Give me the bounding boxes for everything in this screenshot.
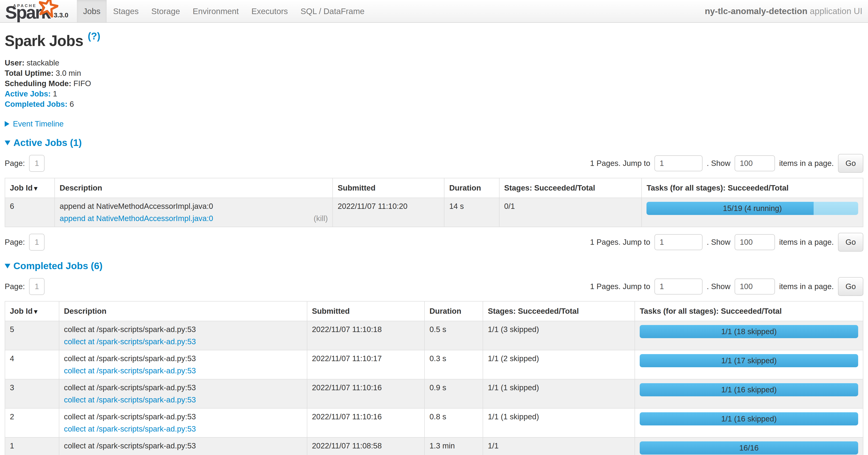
jump-to-page-input[interactable]	[654, 155, 703, 171]
job-submitted-cell: 2022/11/07 11:10:18	[307, 321, 425, 350]
job-description-link[interactable]: collect at /spark-scripts/spark-ad.py:53	[64, 337, 196, 346]
tab-stages[interactable]: Stages	[107, 0, 145, 22]
job-id-cell: 3	[5, 379, 59, 408]
job-id-cell: 4	[5, 350, 59, 379]
application-name: ny-tlc-anomaly-detection	[705, 6, 808, 16]
header-submitted[interactable]: Submitted	[333, 178, 444, 198]
header-stages[interactable]: Stages: Succeeded/Total	[483, 301, 635, 321]
pagination-active-bottom: Page: 1 1 Pages. Jump to . Show items in…	[5, 233, 863, 252]
completed-jobs-link[interactable]: Completed Jobs:	[5, 100, 67, 108]
completed-job-row: 4 collect at /spark-scripts/spark-ad.py:…	[5, 350, 863, 379]
header-submitted[interactable]: Submitted	[307, 301, 425, 321]
job-description-text: collect at /spark-scripts/spark-ad.py:53	[64, 412, 302, 421]
header-tasks[interactable]: Tasks (for all stages): Succeeded/Total	[642, 178, 863, 198]
tasks-progress-bar: 1/1 (17 skipped)	[640, 354, 858, 367]
tasks-progress-bar: 16/16	[640, 442, 858, 455]
job-description-link[interactable]: append at NativeMethodAccessorImpl.java:…	[60, 214, 213, 223]
spark-logo[interactable]: APACHE Spark 3.3.0	[0, 0, 73, 22]
header-job-id[interactable]: Job Id▾	[5, 178, 55, 198]
active-jobs-link[interactable]: Active Jobs:	[5, 89, 51, 98]
completed-jobs-count: 6	[70, 100, 74, 108]
uptime-value: 3.0 min	[56, 69, 81, 78]
jump-to-page-input[interactable]	[654, 234, 703, 250]
tasks-progress-bar: 1/1 (16 skipped)	[640, 383, 858, 396]
kill-job-link[interactable]: (kill)	[314, 214, 328, 223]
nav-tabs: JobsStagesStorageEnvironmentExecutorsSQL…	[77, 0, 371, 22]
job-submitted-cell: 2022/11/07 11:10:16	[307, 379, 425, 408]
collapse-arrow-icon	[5, 141, 10, 145]
job-description-link[interactable]: collect at /spark-scripts/spark-ad.py:53	[64, 454, 196, 455]
progress-label: 1/1 (18 skipped)	[640, 325, 858, 338]
job-description-link[interactable]: collect at /spark-scripts/spark-ad.py:53	[64, 395, 196, 404]
pagination-completed-top: Page: 1 1 Pages. Jump to . Show items in…	[5, 277, 863, 296]
progress-label: 16/16	[640, 442, 858, 455]
sort-desc-icon: ▾	[34, 185, 37, 192]
items-per-page-input[interactable]	[735, 234, 775, 250]
page-number-button[interactable]: 1	[29, 234, 44, 251]
job-stages-cell: 1/1 (1 skipped)	[483, 379, 635, 408]
completed-job-row: 5 collect at /spark-scripts/spark-ad.py:…	[5, 321, 863, 350]
job-duration-cell: 14 s	[444, 198, 499, 227]
application-suffix: application UI	[808, 6, 862, 16]
user-value: stackable	[27, 58, 59, 67]
header-duration[interactable]: Duration	[444, 178, 499, 198]
scheduling-mode-label: Scheduling Mode:	[5, 79, 71, 88]
header-stages[interactable]: Stages: Succeeded/Total	[499, 178, 642, 198]
items-per-page-input[interactable]	[735, 155, 775, 171]
page-number-button[interactable]: 1	[29, 278, 44, 295]
summary-active-jobs: Active Jobs: 1	[5, 89, 863, 99]
job-submitted-cell: 2022/11/07 11:08:58	[307, 437, 425, 455]
page-number-button[interactable]: 1	[29, 155, 44, 172]
job-stages-cell: 1/1 (2 skipped)	[483, 350, 635, 379]
active-jobs-section-toggle[interactable]: Active Jobs (1)	[5, 137, 863, 148]
page-title: Spark Jobs	[5, 32, 83, 50]
tab-sql-dataframe[interactable]: SQL / DataFrame	[294, 0, 371, 22]
page-label: Page:	[5, 282, 25, 291]
job-submitted-cell: 2022/11/07 11:10:17	[307, 350, 425, 379]
job-stages-cell: 1/1	[483, 437, 635, 455]
progress-label: 15/19 (4 running)	[647, 202, 858, 215]
help-link[interactable]: (?)	[88, 30, 100, 41]
show-label: . Show	[707, 159, 731, 168]
progress-label: 1/1 (16 skipped)	[640, 412, 858, 425]
tab-environment[interactable]: Environment	[186, 0, 245, 22]
job-id-cell: 2	[5, 408, 59, 437]
completed-jobs-section-toggle[interactable]: Completed Jobs (6)	[5, 260, 863, 272]
job-duration-cell: 0.8 s	[425, 408, 483, 437]
event-timeline-label: Event Timeline	[13, 119, 64, 129]
tab-jobs[interactable]: Jobs	[77, 0, 107, 22]
job-description-link[interactable]: collect at /spark-scripts/spark-ad.py:53	[64, 425, 196, 433]
go-button[interactable]: Go	[838, 277, 863, 296]
items-suffix-label: items in a page.	[779, 282, 834, 291]
job-submitted-cell: 2022/11/07 11:10:16	[307, 408, 425, 437]
tasks-progress-bar: 15/19 (4 running)	[647, 202, 858, 215]
job-duration-cell: 1.3 min	[425, 437, 483, 455]
header-description[interactable]: Description	[55, 178, 333, 198]
header-description[interactable]: Description	[59, 301, 307, 321]
job-id-cell: 1	[5, 437, 59, 455]
completed-job-row: 1 collect at /spark-scripts/spark-ad.py:…	[5, 437, 863, 455]
completed-jobs-table: Job Id▾ Description Submitted Duration S…	[5, 301, 863, 455]
tab-storage[interactable]: Storage	[145, 0, 186, 22]
job-description-link[interactable]: collect at /spark-scripts/spark-ad.py:53	[64, 366, 196, 375]
header-tasks[interactable]: Tasks (for all stages): Succeeded/Total	[635, 301, 863, 321]
go-button[interactable]: Go	[838, 154, 863, 173]
tab-executors[interactable]: Executors	[245, 0, 294, 22]
go-button[interactable]: Go	[838, 233, 863, 252]
job-description-cell: collect at /spark-scripts/spark-ad.py:53…	[59, 350, 307, 379]
job-description-text: collect at /spark-scripts/spark-ad.py:53	[64, 354, 302, 363]
job-summary-list: User: stackable Total Uptime: 3.0 min Sc…	[5, 58, 863, 109]
jump-to-page-input[interactable]	[654, 279, 703, 294]
items-per-page-input[interactable]	[735, 279, 775, 294]
summary-uptime: Total Uptime: 3.0 min	[5, 68, 863, 78]
active-job-row: 6 append at NativeMethodAccessorImpl.jav…	[5, 198, 863, 227]
show-label: . Show	[707, 238, 731, 247]
job-stages-cell: 1/1 (1 skipped)	[483, 408, 635, 437]
active-jobs-table: Job Id▾ Description Submitted Duration S…	[5, 178, 863, 227]
header-duration[interactable]: Duration	[425, 301, 483, 321]
event-timeline-toggle[interactable]: Event Timeline	[5, 119, 863, 129]
job-submitted-cell: 2022/11/07 11:10:20	[333, 198, 444, 227]
completed-job-row: 2 collect at /spark-scripts/spark-ad.py:…	[5, 408, 863, 437]
header-job-id[interactable]: Job Id▾	[5, 301, 59, 321]
items-suffix-label: items in a page.	[779, 159, 834, 168]
